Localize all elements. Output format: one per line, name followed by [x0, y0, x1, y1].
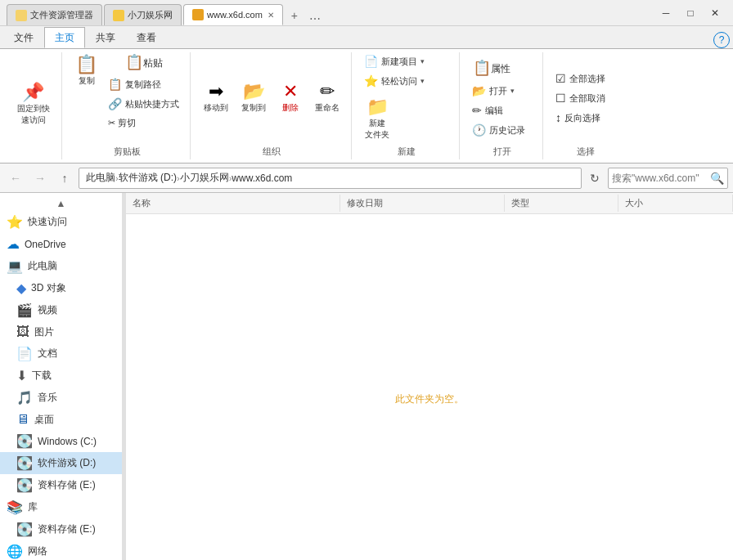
ribbon-group-select: ☑ 全部选择 ☐ 全部取消 ↕ 反向选择 选择 [545, 52, 627, 159]
minimize-button[interactable]: ─ [654, 4, 677, 22]
properties-right: 属性 [491, 62, 510, 76]
new-tab-button[interactable]: + [285, 6, 304, 25]
col-header-date[interactable]: 修改日期 [340, 195, 505, 212]
sidebar-item-desktop[interactable]: 🖥 桌面 [0, 409, 122, 430]
path-x6d[interactable]: www.x6d.com [232, 172, 292, 184]
ribbon-tab-file[interactable]: 文件 [3, 27, 44, 48]
easy-access-label: 轻松访问 [381, 75, 417, 87]
maximize-button[interactable]: □ [679, 4, 702, 22]
copy-to-icon: 📂 [243, 83, 265, 101]
sidebar-item-music[interactable]: 🎵 音乐 [0, 387, 122, 409]
open-button[interactable]: 📂 打开 ▾ [468, 82, 519, 100]
help-button[interactable]: ? [713, 32, 730, 48]
ribbon-group-pin: 📌 固定到快速访问 [5, 52, 62, 159]
back-button[interactable]: ← [5, 168, 26, 189]
tab-close-x6d[interactable]: ✕ [268, 11, 274, 20]
desktop-icon: 🖥 [16, 412, 29, 427]
sidebar-item-windows-c[interactable]: 💽 Windows (C:) [0, 430, 122, 452]
search-input[interactable] [612, 172, 710, 184]
tab-x6d[interactable]: www.x6d.com ✕ [183, 4, 283, 25]
sidebar-item-data-e-label: 资料存储 (E:) [38, 478, 96, 492]
file-list-header: 名称 修改日期 类型 大小 [126, 193, 733, 214]
sidebar-item-data-e[interactable]: 💽 资料存储 (E:) [0, 474, 122, 496]
select-none-button[interactable]: ☐ 全部取消 [551, 89, 609, 107]
properties-label: 属性 [491, 62, 510, 76]
forward-button[interactable]: → [29, 168, 51, 189]
sidebar-item-quick-access[interactable]: ⭐ 快速访问 [0, 211, 122, 233]
paste-label: 粘贴 [143, 56, 163, 70]
ribbon-tab-view[interactable]: 查看 [126, 27, 167, 48]
path-software-games[interactable]: 软件游戏 (D:) [119, 171, 177, 185]
paste-button[interactable]: 📋 粘贴 [104, 52, 183, 74]
ribbon-tab-file-label: 文件 [14, 31, 34, 45]
tab-more-button[interactable]: ⋯ [304, 12, 326, 25]
cut-button[interactable]: ✂ 剪切 [104, 114, 183, 132]
col-header-name[interactable]: 名称 [126, 195, 340, 212]
paste-shortcut-label: 粘贴快捷方式 [125, 98, 179, 110]
tab-icon-file-explorer [16, 10, 27, 21]
close-button[interactable]: ✕ [704, 4, 726, 22]
sidebar-item-videos[interactable]: 🎬 视频 [0, 299, 122, 321]
copy-to-button[interactable]: 📂 复制到 [236, 79, 271, 117]
copy-path-button[interactable]: 📋 复制路径 [104, 75, 183, 93]
sidebar-item-pictures[interactable]: 🖼 图片 [0, 321, 122, 343]
sidebar-item-data-e2[interactable]: 💽 资料存储 (E:) [0, 518, 122, 540]
sidebar-item-software-d-label: 软件游戏 (D:) [38, 456, 96, 470]
move-to-button[interactable]: ➡ 移动到 [199, 79, 233, 117]
sidebar-item-network[interactable]: 🌐 网络 [0, 540, 122, 560]
ribbon-tab-share[interactable]: 共享 [85, 27, 126, 48]
ribbon-group-organize: ➡ 移动到 📂 复制到 ✕ 删除 ✏ 重命名 组织 [192, 52, 352, 159]
select-none-label: 全部取消 [569, 92, 605, 105]
path-this-pc[interactable]: 此电脑 [86, 171, 115, 185]
select-all-button[interactable]: ☑ 全部选择 [551, 69, 609, 87]
invert-selection-button[interactable]: ↕ 反向选择 [551, 109, 605, 127]
cut-label: ✂ 剪切 [108, 117, 136, 129]
delete-button[interactable]: ✕ 删除 [274, 79, 307, 117]
col-header-size[interactable]: 大小 [618, 195, 733, 212]
sidebar-item-3d-objects[interactable]: ◆ 3D 对象 [0, 277, 122, 299]
ribbon-group-open: 📋 属性 📂 打开 ▾ ✏ 编辑 🕐 历史记录 [461, 52, 543, 159]
sidebar-item-library[interactable]: 📚 库 [0, 496, 122, 518]
col-header-type[interactable]: 类型 [505, 195, 619, 212]
pin-to-quick-access-button[interactable]: 📌 固定到快速访问 [12, 80, 55, 129]
sidebar-scroll-up[interactable]: ▲ [0, 196, 122, 211]
videos-icon: 🎬 [16, 302, 33, 318]
copy-button[interactable]: 📋 复制 [70, 52, 102, 90]
paste-shortcut-button[interactable]: 🔗 粘贴快捷方式 [104, 95, 183, 113]
this-pc-icon: 💻 [7, 258, 23, 274]
tab-file-explorer[interactable]: 文件资源管理器 [7, 4, 102, 25]
new-folder-btn-wrap: 📁 新建文件夹 [360, 95, 394, 144]
tab-bar: 文件资源管理器 小刀娱乐网 www.x6d.com ✕ + ⋯ [7, 0, 654, 25]
address-input[interactable]: 此电脑 › 软件游戏 (D:) › 小刀娱乐网 › www.x6d.com [79, 168, 582, 189]
sidebar-item-software-d[interactable]: 💽 软件游戏 (D:) [0, 452, 122, 474]
properties-button[interactable]: 📋 属性 [468, 57, 515, 80]
properties-icon: 📋 [473, 60, 491, 75]
sidebar-item-documents[interactable]: 📄 文档 [0, 343, 122, 365]
new-folder-button[interactable]: 📁 新建文件夹 [360, 95, 394, 144]
sidebar-item-quick-access-label: 快速访问 [28, 215, 67, 229]
data-e-icon: 💽 [16, 477, 33, 493]
tab-label-file-explorer: 文件资源管理器 [30, 9, 93, 21]
address-bar: ← → ↑ 此电脑 › 软件游戏 (D:) › 小刀娱乐网 › www.x6d.… [0, 164, 733, 193]
sidebar-item-downloads[interactable]: ⬇ 下载 [0, 365, 122, 387]
scroll-up-icon: ▲ [56, 198, 66, 209]
up-button[interactable]: ↑ [54, 168, 75, 189]
easy-access-dropdown-icon: ▾ [420, 77, 425, 85]
sidebar-item-this-pc[interactable]: 💻 此电脑 [0, 255, 122, 277]
copy-label: 复制 [79, 75, 95, 87]
edit-button[interactable]: ✏ 编辑 [468, 101, 507, 119]
path-xiaodao[interactable]: 小刀娱乐网 [180, 171, 229, 185]
sidebar-item-onedrive[interactable]: ☁ OneDrive [0, 233, 122, 255]
search-icon[interactable]: 🔍 [710, 172, 724, 185]
refresh-button[interactable]: ↻ [585, 168, 605, 188]
easy-access-button[interactable]: ⭐ 轻松访问 ▾ [360, 72, 429, 90]
history-button[interactable]: 🕐 历史记录 [468, 121, 529, 139]
ribbon-tab-home[interactable]: 主页 [44, 27, 85, 48]
rename-button[interactable]: ✏ 重命名 [310, 79, 344, 117]
tab-xiaodao[interactable]: 小刀娱乐网 [104, 4, 182, 25]
open-group-label: 打开 [493, 144, 511, 159]
copy-icon: 📋 [75, 56, 97, 74]
new-item-button[interactable]: 📄 新建项目 ▾ [360, 52, 429, 70]
delete-icon: ✕ [283, 83, 298, 101]
select-all-label: 全部选择 [569, 73, 605, 85]
